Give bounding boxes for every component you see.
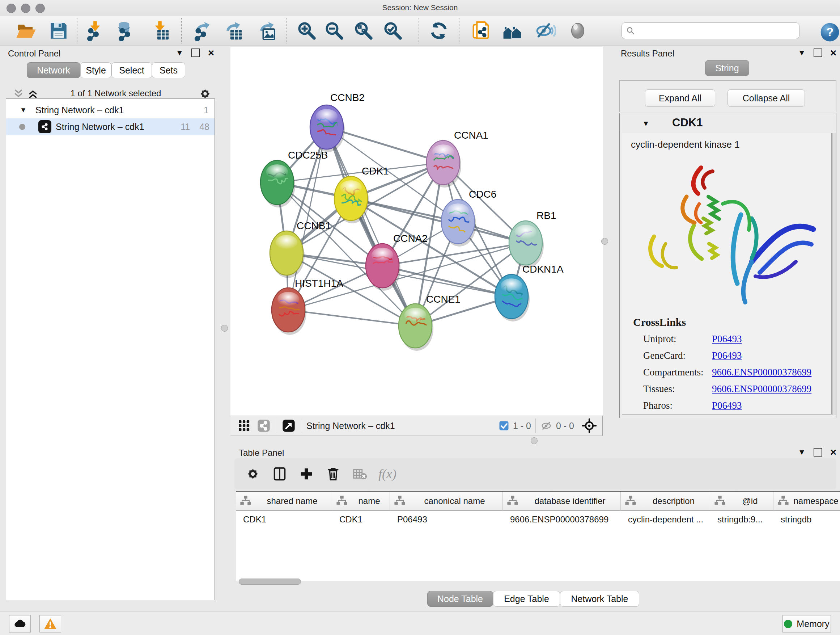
column-header-namespace[interactable]: namespace (774, 492, 840, 511)
network-node-CCNB2[interactable] (310, 105, 345, 152)
tab-select[interactable]: Select (111, 62, 152, 78)
selected-checkbox-icon[interactable] (499, 420, 509, 431)
fit-selected-crosshair-icon[interactable] (581, 418, 597, 434)
network-edge[interactable] (327, 127, 415, 326)
network-collection-row[interactable]: ▼ String Network – cdk1 1 (6, 102, 215, 119)
cloud-button[interactable] (9, 615, 31, 632)
results-panel-float-icon[interactable]: ▼ (798, 49, 806, 57)
network-node-RB1[interactable] (509, 221, 545, 268)
network-node-CCNA2[interactable] (366, 244, 401, 291)
network-row-selected[interactable]: String Network – cdk1 11 48 (6, 119, 215, 135)
zoom-out-icon[interactable] (322, 19, 346, 43)
node-label-CCNB1: CCNB1 (297, 220, 331, 231)
table-panel-maximize-icon[interactable] (813, 448, 822, 456)
network-edge[interactable] (288, 310, 415, 326)
results-panel-maximize-icon[interactable] (813, 49, 822, 57)
tab-string[interactable]: String (705, 60, 749, 76)
column-header-database-identifier[interactable]: database identifier (503, 492, 621, 511)
control-panel-float-icon[interactable]: ▼ (176, 49, 183, 57)
crosslink-link[interactable]: P06493 (712, 400, 742, 411)
show-columns-icon[interactable] (271, 466, 288, 482)
string-import-icon[interactable] (469, 19, 493, 43)
tab-network[interactable]: Network (27, 62, 80, 78)
zoom-fit-icon[interactable] (352, 19, 376, 43)
crosslink-link[interactable]: 9606.ENSP00000378699 (712, 383, 812, 394)
network-node-CCNE1[interactable] (399, 304, 433, 351)
delete-column-trash-icon[interactable] (325, 466, 341, 482)
expand-all-button[interactable]: Expand All (645, 89, 715, 107)
column-header-shared-name[interactable]: shared name (236, 492, 332, 511)
export-network-icon[interactable] (191, 19, 215, 43)
tab-network-table[interactable]: Network Table (560, 591, 639, 607)
tab-sets[interactable]: Sets (152, 62, 185, 78)
crosslink-link[interactable]: P06493 (712, 333, 742, 345)
import-table-icon[interactable] (148, 19, 172, 43)
refresh-icon[interactable] (427, 19, 451, 43)
table-cell[interactable]: CDK1 (236, 511, 332, 528)
collapse-all-button[interactable]: Collapse All (728, 89, 805, 107)
table-cell[interactable]: cyclin-dependent ... (621, 511, 710, 528)
help-button[interactable]: ? (818, 20, 840, 44)
enhanced-labels-icon[interactable] (534, 19, 557, 43)
column-header-description[interactable]: description (621, 492, 710, 511)
gene-expand-icon[interactable]: ▼ (642, 119, 650, 128)
table-cell[interactable]: 9606.ENSP00000378699 (503, 511, 621, 528)
grid-view-icon[interactable] (237, 418, 251, 433)
table-cell[interactable]: stringdb (774, 511, 840, 528)
zoom-in-icon[interactable] (295, 19, 319, 43)
export-image-icon[interactable] (255, 19, 279, 43)
import-network-icon[interactable] (83, 19, 107, 43)
results-panel-close-icon[interactable]: × (830, 49, 837, 57)
birdseye-view-icon[interactable] (281, 418, 296, 433)
table-settings-gear-icon[interactable] (245, 466, 261, 482)
save-session-icon[interactable] (47, 19, 71, 43)
network-node-HIST1H1A[interactable] (272, 288, 307, 335)
network-node-CDKN1A[interactable] (495, 274, 531, 321)
control-panel-maximize-icon[interactable] (191, 49, 200, 57)
network-selection-status: 1 of 1 Network selected (47, 88, 185, 98)
zoom-selected-icon[interactable] (381, 19, 405, 43)
hidden-eye-icon[interactable] (540, 420, 553, 432)
table-panel-close-icon[interactable]: × (830, 448, 837, 456)
gene-description: cyclin-dependent kinase 1 (631, 139, 831, 150)
gene-name: CDK1 (672, 116, 703, 129)
splitter-handle[interactable] (601, 238, 608, 245)
splitter-handle[interactable] (531, 437, 538, 444)
network-canvas[interactable]: CCNB2CCNA1CDC25BCDK1CDC6RB1CCNB1CCNA2CDK… (231, 47, 603, 416)
results-scrollbar[interactable] (832, 133, 836, 415)
table-hscrollbar-thumb[interactable] (239, 578, 301, 585)
open-session-icon[interactable] (14, 19, 38, 43)
collection-expand-icon[interactable]: ▼ (20, 106, 27, 114)
create-column-plus-icon[interactable] (298, 466, 315, 482)
edge-count: 48 (199, 122, 210, 132)
network-node-CDC6[interactable] (441, 200, 476, 247)
memory-button[interactable]: Memory (783, 615, 831, 632)
import-database-icon[interactable] (115, 19, 139, 43)
collection-count: 1 (204, 105, 209, 116)
warning-button[interactable] (39, 615, 61, 632)
network-overview-icon[interactable] (256, 418, 271, 433)
tab-style[interactable]: Style (80, 62, 111, 78)
search-field[interactable] (622, 22, 799, 39)
network-node-CCNB1[interactable] (270, 231, 305, 278)
tab-edge-table[interactable]: Edge Table (493, 591, 560, 607)
network-edge[interactable] (351, 198, 526, 243)
network-node-CDK1[interactable] (334, 176, 370, 223)
column-header-canonical-name[interactable]: canonical name (390, 492, 503, 511)
table-panel-float-icon[interactable]: ▼ (798, 448, 806, 456)
network-label: String Network – cdk1 (56, 122, 144, 132)
export-table-icon[interactable] (221, 19, 245, 43)
crosslink-link[interactable]: 9606.ENSP00000378699 (712, 367, 812, 378)
column-header--id[interactable]: @id (710, 492, 774, 511)
string-home-icon[interactable] (501, 19, 524, 43)
control-panel-close-icon[interactable]: × (208, 49, 215, 57)
column-header-name[interactable]: name (332, 492, 390, 511)
table-cell[interactable]: CDK1 (332, 511, 390, 528)
tab-node-table[interactable]: Node Table (427, 591, 493, 607)
table-cell[interactable]: stringdb:9... (710, 511, 774, 528)
crosslink-link[interactable]: P06493 (712, 350, 742, 361)
show-glass-icon[interactable] (566, 19, 590, 43)
search-input[interactable] (636, 26, 789, 36)
splitter-handle[interactable] (221, 325, 228, 332)
table-cell[interactable]: P06493 (390, 511, 503, 528)
